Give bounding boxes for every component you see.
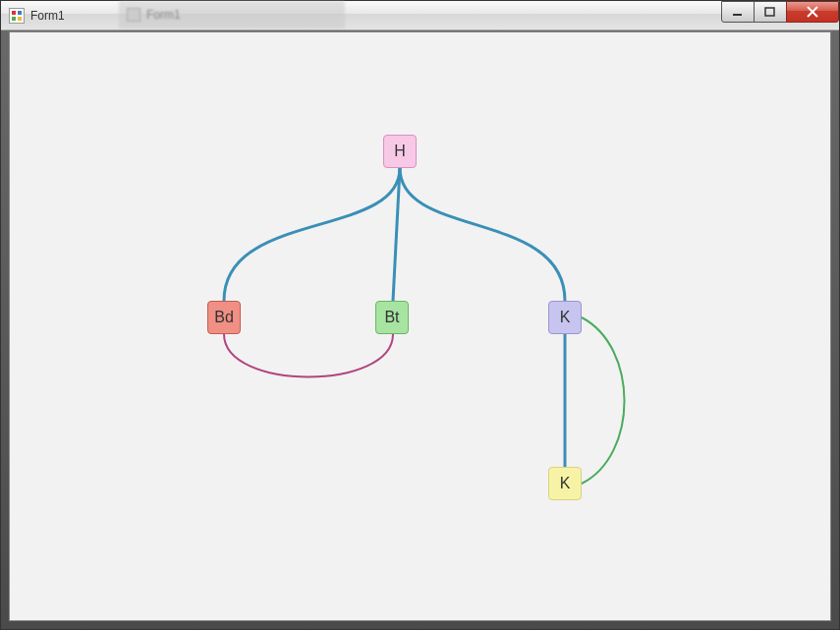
- svg-rect-0: [733, 14, 742, 16]
- app-icon: [9, 8, 25, 24]
- close-button[interactable]: [786, 1, 839, 23]
- node-h[interactable]: H: [383, 135, 417, 168]
- window-title: Form1: [30, 9, 65, 23]
- node-bd[interactable]: Bd: [207, 301, 241, 334]
- node-label: K: [560, 309, 571, 326]
- node-label: Bd: [214, 309, 234, 326]
- maximize-icon: [764, 6, 776, 18]
- edge-h-k: [400, 168, 565, 301]
- node-label: H: [394, 143, 406, 160]
- node-bt[interactable]: Bt: [375, 301, 409, 334]
- background-tab-icon: [127, 8, 140, 22]
- titlebar[interactable]: Form1 Form1: [1, 1, 839, 30]
- node-label: Bt: [384, 309, 399, 326]
- window-controls: [722, 1, 839, 23]
- background-tab: Form1: [119, 1, 345, 29]
- minimize-icon: [732, 6, 744, 18]
- node-k2[interactable]: K: [548, 467, 582, 500]
- edge-h-bt: [393, 168, 400, 301]
- minimize-button[interactable]: [721, 1, 755, 23]
- close-icon: [806, 5, 819, 19]
- node-label: K: [560, 475, 571, 492]
- edge-layer: [10, 32, 830, 620]
- maximize-button[interactable]: [754, 1, 787, 23]
- edge-k-k2-curve: [582, 317, 625, 484]
- background-tab-label: Form1: [146, 8, 181, 22]
- window-frame: Form1 Form1: [0, 0, 840, 630]
- node-k[interactable]: K: [548, 301, 582, 334]
- client-area: H Bd Bt K K: [9, 31, 831, 621]
- svg-rect-1: [765, 8, 774, 16]
- diagram-canvas[interactable]: H Bd Bt K K: [10, 32, 830, 620]
- edge-bd-bt: [224, 334, 393, 377]
- edge-h-bd: [224, 168, 400, 301]
